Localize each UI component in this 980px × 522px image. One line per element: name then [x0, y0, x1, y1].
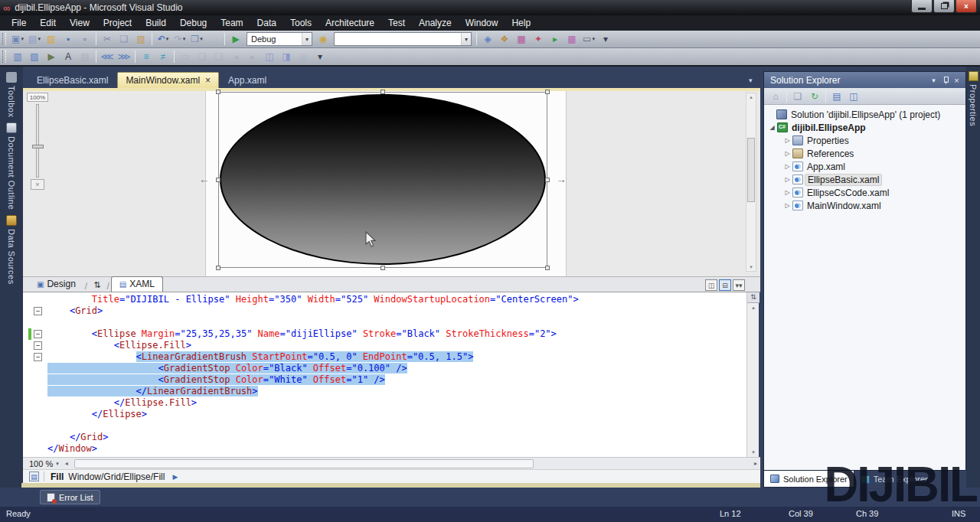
- scroll-down-icon[interactable]: ▾: [747, 449, 760, 455]
- menu-window[interactable]: Window: [459, 16, 505, 30]
- title-bar[interactable]: ∞ dijibil.EllipseApp - Microsoft Visual …: [0, 0, 980, 15]
- solution-explorer-icon[interactable]: ❖: [497, 32, 512, 46]
- menu-debug[interactable]: Debug: [173, 16, 214, 30]
- redo-icon[interactable]: ↷▾: [172, 32, 188, 46]
- tree-item-dijibil-ellipseapp[interactable]: ◢dijibil.EllipseApp: [764, 121, 965, 134]
- menu-project[interactable]: Project: [96, 16, 139, 30]
- menu-analyze[interactable]: Analyze: [412, 16, 459, 30]
- toolbar-overflow-icon[interactable]: ▾: [598, 32, 613, 46]
- extension-manager-icon[interactable]: ▩: [564, 32, 580, 46]
- paste-icon[interactable]: ▧: [133, 32, 149, 46]
- code-lines[interactable]: Title="DIJIBIL - Ellipse" Height="350" W…: [47, 294, 746, 455]
- tab-design[interactable]: ▣ Design: [29, 277, 83, 292]
- code-line[interactable]: [47, 317, 746, 328]
- tree-item-app-xaml[interactable]: ▷App.xaml: [764, 160, 965, 173]
- menu-test[interactable]: Test: [381, 16, 412, 30]
- breadcrumb-path[interactable]: Window/Grid/Ellipse/Fill: [68, 471, 165, 482]
- find-combo[interactable]: ▾: [334, 32, 472, 46]
- code-line[interactable]: <Ellipse.Fill>: [47, 340, 746, 351]
- tab-mainwindow-xaml[interactable]: MainWindow.xaml×: [117, 72, 219, 88]
- sidebar-tab-toolbox[interactable]: Toolbox: [0, 67, 23, 117]
- editor-vertical-scrollbar[interactable]: ⇅ ▴ ▾: [746, 292, 759, 457]
- breadcrumb-expand-icon[interactable]: ▶: [172, 473, 178, 481]
- undo-icon[interactable]: ↶▾: [155, 32, 171, 46]
- show-all-files-icon[interactable]: ❏: [790, 90, 805, 103]
- code-line[interactable]: <GradientStop Color="Black" Offset="0.10…: [47, 363, 746, 374]
- vertical-split-button[interactable]: ◫: [705, 279, 717, 291]
- fold-collapse-icon[interactable]: −: [34, 353, 42, 361]
- editor-zoom-combo[interactable]: 100 % ▾: [26, 458, 62, 469]
- sidebar-tab-document-outline[interactable]: Document Outline: [0, 117, 23, 210]
- resize-handle[interactable]: [381, 90, 385, 94]
- sidebar-tab-data-sources[interactable]: Data Sources: [0, 210, 23, 285]
- format-selection-icon[interactable]: ▧: [27, 50, 42, 64]
- menu-tools[interactable]: Tools: [283, 16, 318, 30]
- tab-xaml[interactable]: ▤ XAML: [111, 276, 163, 292]
- restore-button[interactable]: [933, 0, 955, 13]
- resize-handle[interactable]: [545, 266, 550, 270]
- fold-collapse-icon[interactable]: −: [34, 330, 42, 338]
- tree-item-ellipsecscode-xaml[interactable]: ▷EllipseCsCode.xaml: [764, 186, 965, 199]
- menu-help[interactable]: Help: [505, 16, 537, 30]
- tree-item-properties[interactable]: ▷Properties: [764, 134, 965, 147]
- previous-bookmark-icon[interactable]: ◫: [262, 50, 277, 64]
- add-item-icon[interactable]: ▤▾: [27, 32, 42, 46]
- properties-window-icon[interactable]: ▦: [514, 32, 529, 46]
- code-line[interactable]: </LinearGradientBrush>: [47, 386, 746, 397]
- code-line[interactable]: <GradientStop Color="White" Offset="1" /…: [47, 374, 746, 386]
- expander-collapsed-icon[interactable]: ▷: [782, 202, 792, 209]
- fold-collapse-icon[interactable]: −: [34, 307, 42, 315]
- code-line[interactable]: </Ellipse.Fill>: [47, 397, 746, 409]
- uncomment-icon[interactable]: ≠: [155, 50, 171, 64]
- fit-to-screen-button[interactable]: ×: [31, 179, 44, 190]
- comment-icon[interactable]: ≡: [139, 50, 154, 64]
- resize-handle[interactable]: [216, 90, 220, 94]
- format-document-icon[interactable]: ▥: [10, 50, 25, 64]
- code-line[interactable]: </Grid>: [47, 432, 746, 443]
- menu-build[interactable]: Build: [139, 16, 173, 30]
- designer-zoom-value[interactable]: 100%: [27, 93, 48, 102]
- auto-hide-pin-icon[interactable]: [939, 76, 951, 85]
- tree-item-references[interactable]: ▷References: [764, 147, 965, 160]
- tree-item-mainwindow-xaml[interactable]: ▷MainWindow.xaml: [764, 199, 965, 212]
- resize-handle[interactable]: [381, 266, 385, 270]
- save-icon[interactable]: ▪: [60, 32, 76, 46]
- resize-handle[interactable]: [216, 266, 220, 270]
- scroll-left-icon[interactable]: ◂: [62, 460, 71, 467]
- copy-icon[interactable]: ❏: [116, 32, 132, 46]
- resize-handle[interactable]: [216, 178, 220, 182]
- resize-handle[interactable]: [545, 178, 550, 182]
- designer-surface[interactable]: ← → 100% × ▴ ▾: [23, 91, 760, 276]
- indent-decrease-icon[interactable]: ⋘: [100, 50, 115, 64]
- code-line[interactable]: <Grid>: [47, 305, 746, 317]
- toolbar-grip[interactable]: [2, 33, 6, 45]
- close-button[interactable]: ×: [956, 0, 977, 13]
- horizontal-split-button[interactable]: ⊟: [719, 279, 731, 291]
- view-code-icon[interactable]: ▤: [829, 90, 844, 103]
- expander-collapsed-icon[interactable]: ▷: [782, 189, 792, 196]
- expander-expanded-icon[interactable]: ◢: [767, 124, 777, 131]
- minimize-button[interactable]: [911, 0, 933, 13]
- expander-collapsed-icon[interactable]: ▷: [782, 163, 792, 170]
- scroll-up-icon[interactable]: ▴: [746, 94, 756, 100]
- command-window-icon[interactable]: ▭▾: [581, 32, 596, 46]
- swap-panes-button[interactable]: ⇅: [89, 279, 105, 292]
- view-designer-icon[interactable]: ◫: [846, 90, 861, 103]
- editor-splitter-handle[interactable]: ⇅: [747, 292, 760, 303]
- scroll-down-icon[interactable]: ▾: [746, 264, 756, 270]
- solution-explorer-titlebar[interactable]: Solution Explorer ▾ ×: [764, 72, 965, 88]
- code-line[interactable]: </Ellipse>: [47, 409, 746, 420]
- close-panel-icon[interactable]: ×: [951, 76, 962, 85]
- collapse-all-icon[interactable]: ⌂: [768, 90, 783, 103]
- menu-view[interactable]: View: [63, 16, 96, 30]
- tab-app-xaml[interactable]: App.xaml: [220, 72, 274, 88]
- scroll-right-icon[interactable]: ▸: [751, 460, 760, 467]
- navigate-window-icon[interactable]: ❒▾: [189, 32, 204, 46]
- resize-handle[interactable]: [545, 90, 550, 94]
- menu-team[interactable]: Team: [214, 16, 250, 30]
- expander-collapsed-icon[interactable]: ▷: [782, 176, 792, 183]
- xaml-code-editor[interactable]: −−−− Title="DIJIBIL - Ellipse" Height="3…: [23, 292, 746, 457]
- toolbar-overflow-icon[interactable]: ▾: [312, 50, 328, 64]
- expander-collapsed-icon[interactable]: ▷: [782, 150, 792, 157]
- next-bookmark-icon[interactable]: ◨: [279, 50, 294, 64]
